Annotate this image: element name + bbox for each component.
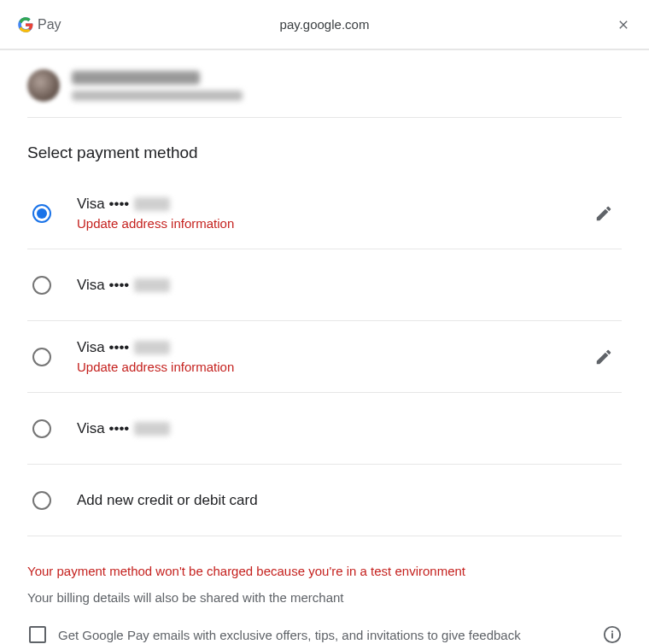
payment-method-row[interactable]: Visa •••• Update address information	[27, 178, 622, 249]
payment-method-labels: Add new credit or debit card	[77, 492, 622, 509]
add-payment-label: Add new credit or debit card	[77, 492, 622, 509]
test-env-notice: Your payment method won't be charged bec…	[27, 564, 622, 578]
payment-method-warning: Update address information	[77, 216, 589, 231]
edit-button[interactable]	[589, 199, 618, 228]
account-text	[72, 71, 243, 101]
card-prefix: Visa ••••	[77, 339, 129, 356]
content: Select payment method Visa •••• Update a…	[0, 50, 649, 644]
payment-method-labels: Visa •••• Update address information	[77, 339, 589, 374]
payment-method-list: Visa •••• Update address information Vis…	[27, 178, 622, 536]
close-button[interactable]	[617, 18, 630, 32]
account-name-redacted	[72, 71, 200, 85]
google-g-icon	[17, 16, 34, 33]
payment-method-labels: Visa ••••	[77, 277, 622, 294]
marketing-consent-row: Get Google Pay emails with exclusive off…	[27, 625, 622, 644]
card-prefix: Visa ••••	[77, 420, 129, 437]
avatar	[27, 69, 60, 102]
payment-method-warning: Update address information	[77, 360, 589, 374]
radio-button[interactable]	[32, 204, 51, 223]
payment-method-labels: Visa ••••	[77, 420, 622, 437]
merchant-share-notice: Your billing details will also be shared…	[27, 590, 622, 605]
payment-method-row[interactable]: Visa ••••	[27, 249, 622, 321]
radio-button[interactable]	[32, 419, 51, 438]
payment-method-name: Visa ••••	[77, 277, 622, 294]
radio-button[interactable]	[32, 276, 51, 295]
radio-button[interactable]	[32, 348, 51, 366]
close-icon	[617, 18, 630, 32]
consent-label: Get Google Pay emails with exclusive off…	[58, 628, 591, 642]
card-prefix: Visa ••••	[77, 277, 129, 294]
payment-method-name: Visa ••••	[77, 196, 589, 213]
card-prefix: Visa ••••	[77, 196, 129, 213]
card-last4-redacted	[134, 341, 170, 354]
scroll-area[interactable]: Select payment method Visa •••• Update a…	[0, 50, 649, 644]
card-last4-redacted	[134, 278, 170, 292]
notices: Your payment method won't be charged bec…	[27, 564, 622, 644]
pencil-icon	[594, 204, 613, 223]
card-last4-redacted	[134, 197, 170, 211]
info-icon	[603, 625, 622, 644]
consent-checkbox[interactable]	[29, 626, 46, 643]
edit-button[interactable]	[589, 342, 618, 372]
radio-button[interactable]	[32, 491, 51, 510]
payment-method-name: Visa ••••	[77, 339, 589, 356]
gpay-logo: Pay	[17, 16, 61, 33]
dialog-header: Pay pay.google.com	[0, 0, 649, 50]
brand-text: Pay	[38, 17, 61, 32]
payment-method-name: Visa ••••	[77, 420, 622, 437]
section-title: Select payment method	[27, 143, 622, 162]
account-row[interactable]	[27, 50, 622, 118]
consent-info-button[interactable]	[603, 625, 622, 644]
payment-method-row[interactable]: Visa •••• Update address information	[27, 321, 622, 393]
payment-method-row[interactable]: Visa ••••	[27, 393, 622, 465]
payment-method-labels: Visa •••• Update address information	[77, 196, 589, 231]
card-last4-redacted	[134, 422, 170, 436]
account-email-redacted	[72, 91, 243, 101]
add-payment-method-row[interactable]: Add new credit or debit card	[27, 465, 622, 536]
pencil-icon	[594, 348, 613, 366]
page-url: pay.google.com	[280, 17, 370, 32]
